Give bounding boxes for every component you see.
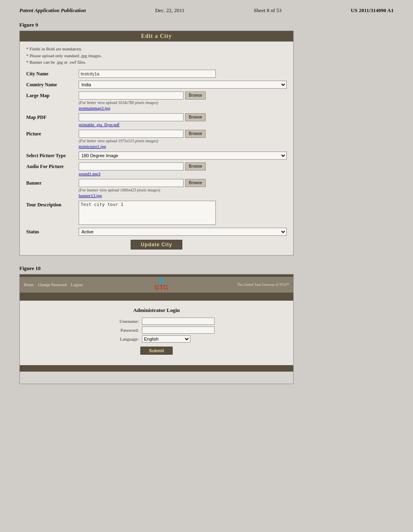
form-notes: * Fields in Bold are mandatory. * Please… <box>26 46 287 66</box>
country-name-row: Country Name India <box>26 81 287 89</box>
login-form: Username: Password: Language: English <box>98 318 215 343</box>
form-title-bar: Edit a City <box>20 31 293 42</box>
country-name-label: Country Name <box>26 81 79 88</box>
nav-home[interactable]: Home <box>24 283 33 287</box>
logo-icon: 🌐 <box>154 278 169 283</box>
pub-date: Dec. 22, 2011 <box>155 7 184 14</box>
sheet-info: Sheet 8 of 53 <box>254 7 282 14</box>
city-name-field <box>79 70 287 78</box>
figure9-label: Figure 9 <box>19 22 394 28</box>
password-label: Password: <box>98 328 139 332</box>
page-header: Patent Application Publication Dec. 22, … <box>0 0 413 18</box>
login-title: Administrator Login <box>133 307 180 314</box>
audio-file[interactable]: sound1.mp3 <box>79 171 287 176</box>
large-map-browse-row: Browse <box>79 91 287 100</box>
large-map-file[interactable]: testmainmap3.jpg <box>79 106 287 110</box>
banner-file[interactable]: banner13.jpg <box>79 193 287 198</box>
fig10-body: Administrator Login Username: Password: … <box>20 301 293 361</box>
audio-label: Audio For Picture <box>26 162 79 170</box>
note3: * Banner can be .jpg or .swf files. <box>26 59 287 66</box>
map-pdf-file[interactable]: printable_gta_flyer.pdf <box>79 122 287 127</box>
tagline: The Global Tour Gateway (GTG)™ <box>237 283 290 287</box>
status-select[interactable]: Active <box>79 228 287 236</box>
map-pdf-input[interactable] <box>79 113 184 121</box>
large-map-input[interactable] <box>79 91 184 100</box>
map-pdf-field: Browse printable_gta_flyer.pdf <box>79 113 287 127</box>
map-pdf-label: Map PDF <box>26 113 79 121</box>
picture-type-row: Select Picture Type 180 Degree Image <box>26 152 287 160</box>
logo-area: 🌐 GTG <box>154 278 169 291</box>
picture-type-label: Select Picture Type <box>26 152 79 159</box>
figure10-label: Figure 10 <box>19 265 394 272</box>
language-select[interactable]: English <box>142 335 190 343</box>
audio-input[interactable] <box>79 162 184 170</box>
picture-type-select[interactable]: 180 Degree Image <box>79 152 287 160</box>
nav-change-password[interactable]: Change Password <box>38 283 67 287</box>
picture-label: Picture <box>26 130 79 137</box>
banner-browse-btn[interactable]: Browse <box>185 179 206 187</box>
note1: * Fields in Bold are mandatory. <box>26 46 287 52</box>
audio-field: Browse sound1.mp3 <box>79 162 287 176</box>
banner-field: Browse (For banner view upload 1066x423 … <box>79 179 287 198</box>
tour-desc-field: Test city tour 1 <box>79 201 287 225</box>
password-input[interactable] <box>142 326 215 334</box>
submit-row: Update City <box>26 240 287 249</box>
username-label: Username: <box>98 319 139 324</box>
city-name-input[interactable] <box>79 70 216 78</box>
figure9-form-container: Edit a City * Fields in Bold are mandato… <box>19 31 294 256</box>
tour-desc-textarea[interactable]: Test city tour 1 <box>79 201 216 225</box>
city-name-label: City Name <box>26 70 79 77</box>
country-name-field: India <box>79 81 287 89</box>
banner-label: Banner <box>26 179 79 186</box>
map-pdf-browse-row: Browse <box>79 113 287 121</box>
language-label: Language: <box>98 337 139 341</box>
fig10-sub-bar <box>20 293 293 301</box>
logo-text: GTG <box>154 284 169 291</box>
update-city-btn[interactable]: Update City <box>131 240 182 249</box>
large-map-hint: (For better view upload 1024x780 pixels … <box>79 100 287 105</box>
nav-logout[interactable]: Logout <box>71 283 83 287</box>
status-field: Active <box>79 228 287 236</box>
picture-input[interactable] <box>79 130 184 138</box>
picture-row: Picture Browse (For better view upload 1… <box>26 130 287 149</box>
large-map-browse-btn[interactable]: Browse <box>185 91 206 100</box>
picture-browse-row: Browse <box>79 130 287 138</box>
map-pdf-row: Map PDF Browse printable_gta_flyer.pdf <box>26 113 287 127</box>
nav-links: Home Change Password Logout <box>24 283 86 287</box>
status-label: Status <box>26 228 79 235</box>
audio-browse-btn[interactable]: Browse <box>185 162 206 170</box>
patent-num: US 2011/314090 A1 <box>351 7 394 14</box>
figure10-block: Figure 10 Home Change Password Logout 🌐 … <box>19 265 394 384</box>
fig10-footer-bar <box>20 365 293 372</box>
picture-field: Browse (For better view upload 1975x515 … <box>79 130 287 149</box>
note2: * Please upload only standard .jpg image… <box>26 52 287 59</box>
country-select[interactable]: India <box>79 81 287 89</box>
large-map-label: Large Map <box>26 91 79 99</box>
banner-browse-row: Browse <box>79 179 287 187</box>
username-input[interactable] <box>142 318 215 325</box>
city-name-row: City Name <box>26 70 287 78</box>
figure10-container: Home Change Password Logout 🌐 GTG The Gl… <box>19 274 294 384</box>
picture-browse-btn[interactable]: Browse <box>185 130 206 138</box>
banner-input[interactable] <box>79 179 184 187</box>
logo-container: 🌐 GTG <box>154 278 169 291</box>
figure9-block: Figure 9 Edit a City * Fields in Bold ar… <box>19 22 394 256</box>
form-body: * Fields in Bold are mandatory. * Please… <box>20 42 293 255</box>
banner-hint: (For banner view upload 1066x423 pixels … <box>79 188 287 192</box>
status-row: Status Active <box>26 228 287 236</box>
large-map-row: Large Map Browse (For better view upload… <box>26 91 287 110</box>
fig10-bottom-section <box>20 372 293 384</box>
pub-label: Patent Application Publication <box>19 7 86 14</box>
banner-row: Banner Browse (For banner view upload 10… <box>26 179 287 198</box>
picture-type-field: 180 Degree Image <box>79 152 287 160</box>
large-map-field: Browse (For better view upload 1024x780 … <box>79 91 287 110</box>
picture-hint: (For better view upload 1975x515 pixels … <box>79 139 287 143</box>
login-submit-btn[interactable]: Submit <box>140 347 172 355</box>
picture-file[interactable]: testpicture1.jpg <box>79 144 287 149</box>
fig10-nav-bar: Home Change Password Logout 🌐 GTG The Gl… <box>20 277 293 293</box>
page-content: Figure 9 Edit a City * Fields in Bold ar… <box>0 18 413 402</box>
tour-desc-row: Tour Description Test city tour 1 <box>26 201 287 225</box>
tour-desc-label: Tour Description <box>26 201 79 208</box>
map-pdf-browse-btn[interactable]: Browse <box>185 113 206 121</box>
audio-browse-row: Browse <box>79 162 287 170</box>
